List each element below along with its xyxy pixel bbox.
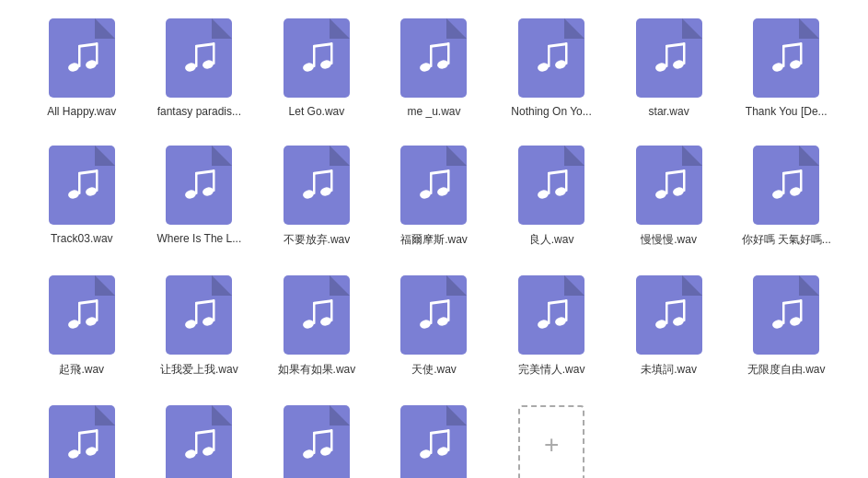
file-label: 完美情人.wav [518, 362, 585, 378]
svg-rect-150 [565, 299, 568, 321]
svg-rect-157 [665, 302, 668, 324]
list-item[interactable]: 福爾摩斯.wav [383, 146, 484, 248]
svg-rect-110 [800, 169, 803, 192]
file-label: 让我爱上我.wav [160, 362, 238, 378]
audio-file-icon [753, 146, 819, 225]
svg-rect-174 [96, 429, 98, 451]
list-item[interactable]: 完美情人.wav [501, 275, 602, 378]
svg-rect-54 [800, 42, 803, 64]
list-item[interactable]: fantasy paradis... [148, 18, 249, 118]
audio-file-icon [636, 275, 702, 355]
svg-rect-38 [565, 42, 568, 64]
svg-rect-62 [96, 169, 98, 192]
svg-rect-29 [430, 45, 433, 67]
list-item[interactable]: + 上传文件 [501, 405, 602, 478]
audio-file-icon [49, 18, 115, 98]
audio-file-icon [166, 275, 232, 355]
svg-rect-93 [548, 172, 550, 194]
svg-rect-198 [447, 429, 450, 451]
svg-rect-46 [683, 42, 686, 64]
svg-rect-6 [96, 42, 98, 64]
list-item[interactable]: 越來越愛.wav [383, 405, 484, 478]
audio-file-icon [400, 18, 467, 98]
svg-rect-45 [665, 45, 668, 67]
list-item[interactable]: 如果有如果.wav [266, 275, 367, 378]
list-item[interactable]: Track03.wav [31, 146, 133, 248]
audio-file-icon [166, 146, 232, 225]
file-label: 你好嗎 天氣好嗎... [742, 232, 831, 248]
list-item[interactable]: 許你向我看 feat... [266, 405, 367, 478]
svg-rect-21 [313, 45, 316, 67]
list-item[interactable]: Let Go.wav [266, 18, 367, 118]
list-item[interactable]: 良人.wav [501, 146, 602, 248]
svg-rect-133 [313, 302, 316, 324]
audio-file-icon [518, 18, 584, 98]
svg-rect-102 [683, 169, 686, 192]
list-item[interactable]: Thank You [De... [735, 18, 837, 118]
svg-rect-37 [548, 45, 550, 67]
audio-file-icon [753, 275, 819, 355]
svg-rect-166 [800, 299, 803, 321]
file-label: me _u.wav [407, 105, 460, 118]
file-label: 慢慢慢.wav [641, 232, 697, 248]
audio-file-icon [636, 146, 702, 225]
audio-file-icon [166, 18, 232, 98]
svg-rect-13 [195, 45, 198, 67]
list-item[interactable]: 让我爱上我.wav [148, 275, 249, 378]
list-item[interactable]: 你好嗎 天氣好嗎... [735, 146, 837, 248]
audio-file-icon [49, 146, 115, 225]
audio-file-icon [284, 275, 350, 355]
svg-rect-134 [330, 299, 333, 321]
svg-rect-61 [78, 172, 81, 194]
list-item[interactable]: 天使.wav [383, 275, 484, 378]
audio-file-icon [284, 18, 350, 98]
svg-rect-86 [447, 169, 450, 192]
upload-box[interactable]: + [518, 405, 584, 478]
list-item[interactable]: 起飛.wav [31, 275, 133, 378]
list-item[interactable]: star.wav [619, 18, 720, 118]
list-item[interactable]: 不要放弃.wav [266, 146, 367, 248]
svg-rect-94 [565, 169, 568, 192]
audio-file-icon [49, 405, 115, 478]
svg-rect-30 [447, 42, 450, 64]
svg-rect-181 [195, 432, 198, 454]
svg-rect-149 [548, 302, 550, 324]
audio-file-icon [400, 146, 467, 225]
svg-rect-22 [330, 42, 333, 64]
file-label: 福爾摩斯.wav [400, 232, 468, 248]
list-item[interactable]: 无限度自由.wav [735, 275, 837, 378]
file-label: 如果有如果.wav [278, 362, 356, 378]
svg-rect-118 [96, 299, 98, 321]
list-item[interactable]: 星空戀曲.wav [31, 405, 133, 478]
svg-rect-158 [683, 299, 686, 321]
audio-file-icon [284, 146, 350, 225]
file-label: 起飛.wav [59, 362, 104, 378]
list-item[interactable]: 一點點喜歡 feat... [148, 405, 249, 478]
file-grid: All Happy.wav [28, 18, 840, 478]
file-label: Where Is The L... [156, 232, 241, 245]
audio-file-icon [518, 275, 584, 355]
svg-rect-165 [782, 302, 785, 324]
file-label: 无限度自由.wav [747, 362, 826, 378]
file-label: Nothing On Yo... [511, 105, 591, 118]
list-item[interactable]: Nothing On Yo... [501, 18, 602, 118]
svg-rect-189 [313, 432, 316, 454]
svg-rect-182 [213, 429, 215, 451]
audio-file-icon [49, 275, 115, 355]
list-item[interactable]: me _u.wav [383, 18, 484, 118]
svg-rect-173 [78, 432, 81, 454]
svg-rect-78 [330, 169, 333, 192]
list-item[interactable]: 慢慢慢.wav [619, 146, 720, 248]
list-item[interactable]: 未填詞.wav [619, 275, 720, 378]
audio-file-icon [400, 405, 467, 478]
svg-rect-53 [782, 45, 785, 67]
file-label: Let Go.wav [289, 105, 345, 118]
list-item[interactable]: All Happy.wav [31, 18, 133, 118]
audio-file-icon [753, 18, 819, 98]
file-label: 未填詞.wav [641, 362, 697, 378]
svg-rect-117 [78, 302, 81, 324]
svg-rect-101 [665, 172, 668, 194]
svg-rect-70 [213, 169, 215, 192]
svg-rect-141 [430, 302, 433, 324]
list-item[interactable]: Where Is The L... [148, 146, 249, 248]
